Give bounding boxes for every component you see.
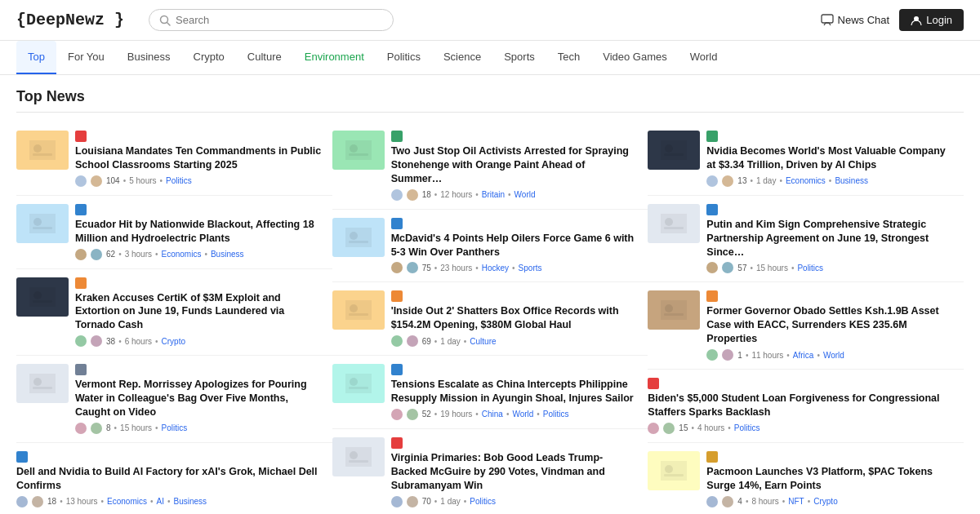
source-badge bbox=[391, 131, 403, 142]
news-tag[interactable]: Hockey bbox=[482, 264, 509, 273]
login-button[interactable]: Login bbox=[899, 9, 964, 31]
news-tag[interactable]: AI bbox=[157, 497, 164, 506]
news-meta: 52 • 19 hours • China•World•Politics bbox=[391, 409, 639, 420]
news-tag[interactable]: Economics bbox=[786, 176, 826, 185]
meta-avatar bbox=[391, 409, 403, 420]
source-dot bbox=[75, 364, 87, 375]
news-item[interactable]: Biden's $5,000 Student Loan Forgiveness … bbox=[648, 370, 964, 443]
news-tag[interactable]: Politics bbox=[543, 410, 569, 419]
news-content: Pacmoon Launches V3 Platform, $PAC Token… bbox=[706, 451, 954, 507]
news-title[interactable]: Putin and Kim Sign Comprehensive Strateg… bbox=[706, 218, 954, 259]
news-title[interactable]: Tensions Escalate as China Intercepts Ph… bbox=[391, 378, 639, 405]
nav-item-environment[interactable]: Environment bbox=[293, 41, 376, 74]
news-title[interactable]: Pacmoon Launches V3 Platform, $PAC Token… bbox=[706, 465, 954, 493]
news-item[interactable]: Dell and Nvidia to Build AI Factory for … bbox=[16, 443, 332, 514]
news-item[interactable]: Kraken Accuses CertiK of $3M Exploit and… bbox=[16, 269, 332, 357]
news-tag[interactable]: Politics bbox=[734, 423, 760, 432]
news-tag[interactable]: NFT bbox=[788, 497, 804, 506]
news-thumbnail bbox=[332, 437, 385, 476]
nav-item-politics[interactable]: Politics bbox=[376, 41, 432, 74]
news-title[interactable]: Kraken Accuses CertiK of $3M Exploit and… bbox=[75, 291, 323, 333]
news-tag[interactable]: Africa bbox=[793, 351, 814, 360]
news-tag[interactable]: China bbox=[482, 410, 503, 419]
news-item[interactable]: 'Inside Out 2' Shatters Box Office Recor… bbox=[332, 282, 648, 356]
news-title[interactable]: Former Governor Obado Settles Ksh.1.9B A… bbox=[706, 304, 954, 346]
news-tag[interactable]: Business bbox=[835, 176, 868, 185]
logo[interactable]: {DeepNewz } bbox=[16, 11, 124, 29]
meta-avatar bbox=[706, 175, 718, 187]
nav-item-foryou[interactable]: For You bbox=[56, 41, 116, 74]
news-item[interactable]: Two Just Stop Oil Activists Arrested for… bbox=[332, 122, 648, 210]
meta-avatar bbox=[706, 496, 718, 507]
news-item[interactable]: Tensions Escalate as China Intercepts Ph… bbox=[332, 356, 648, 429]
nav-item-culture[interactable]: Culture bbox=[236, 41, 293, 74]
meta-avatar bbox=[391, 496, 403, 507]
source-badge bbox=[706, 451, 718, 463]
meta-avatar bbox=[663, 423, 675, 434]
news-tag[interactable]: Crypto bbox=[813, 497, 837, 506]
news-item[interactable]: Nvidia Becomes World's Most Valuable Com… bbox=[648, 122, 964, 196]
news-item[interactable]: McDavid's 4 Points Help Oilers Force Gam… bbox=[332, 210, 648, 283]
svg-rect-31 bbox=[345, 300, 372, 320]
news-tag[interactable]: World bbox=[823, 351, 844, 360]
nav-item-top[interactable]: Top bbox=[16, 41, 56, 74]
meta-time: 11 hours bbox=[751, 351, 783, 360]
source-badge bbox=[75, 131, 87, 142]
svg-point-53 bbox=[665, 218, 673, 226]
news-content: McDavid's 4 Points Help Oilers Force Gam… bbox=[391, 218, 639, 274]
news-tag[interactable]: Politics bbox=[162, 423, 188, 432]
news-item[interactable]: Louisiana Mandates Ten Commandments in P… bbox=[16, 122, 332, 196]
svg-rect-33 bbox=[349, 313, 368, 316]
news-column: Two Just Stop Oil Activists Arrested for… bbox=[332, 122, 648, 514]
news-tag[interactable]: Britain bbox=[482, 190, 505, 199]
search-input[interactable] bbox=[176, 14, 383, 26]
news-item[interactable]: Virginia Primaries: Bob Good Leads Trump… bbox=[332, 429, 648, 514]
news-tag[interactable]: Crypto bbox=[162, 337, 185, 346]
nav-item-sports[interactable]: Sports bbox=[492, 41, 546, 74]
news-title[interactable]: Nvidia Becomes World's Most Valuable Com… bbox=[706, 144, 954, 172]
news-tag[interactable]: Business bbox=[211, 250, 244, 259]
nav-item-science[interactable]: Science bbox=[432, 41, 492, 74]
source-badge bbox=[75, 204, 87, 215]
news-meta: 15 • 4 hours • Politics bbox=[648, 423, 954, 434]
news-tag[interactable]: World bbox=[512, 410, 533, 419]
news-title[interactable]: McDavid's 4 Points Help Oilers Force Gam… bbox=[391, 232, 639, 259]
news-title[interactable]: Dell and Nvidia to Build AI Factory for … bbox=[16, 465, 323, 493]
search-bar[interactable] bbox=[149, 9, 394, 31]
news-tag[interactable]: Politics bbox=[166, 176, 192, 185]
svg-rect-12 bbox=[33, 300, 52, 303]
news-title[interactable]: Biden's $5,000 Student Loan Forgiveness … bbox=[648, 392, 954, 419]
source-dot bbox=[706, 451, 718, 463]
news-title[interactable]: 'Inside Out 2' Shatters Box Office Recor… bbox=[391, 304, 639, 332]
nav-item-tech[interactable]: Tech bbox=[546, 41, 591, 74]
nav-item-videogames[interactable]: Video Games bbox=[591, 41, 679, 74]
news-item[interactable]: Pacmoon Launches V3 Platform, $PAC Token… bbox=[648, 443, 964, 514]
news-item[interactable]: Former Governor Obado Settles Ksh.1.9B A… bbox=[648, 282, 964, 370]
news-tag[interactable]: Sports bbox=[519, 264, 542, 273]
news-title[interactable]: Ecuador Hit by Nationwide Blackout, Affe… bbox=[75, 218, 323, 246]
news-title[interactable]: Vermont Rep. Morrissey Apologizes for Po… bbox=[75, 378, 323, 419]
news-content: Putin and Kim Sign Comprehensive Strateg… bbox=[706, 204, 954, 274]
meta-avatar bbox=[722, 496, 733, 507]
news-tag[interactable]: Economics bbox=[107, 497, 147, 506]
nav-item-crypto[interactable]: Crypto bbox=[182, 41, 236, 74]
news-item[interactable]: Putin and Kim Sign Comprehensive Strateg… bbox=[648, 196, 964, 283]
nav-item-world[interactable]: World bbox=[679, 41, 729, 74]
news-title[interactable]: Two Just Stop Oil Activists Arrested for… bbox=[391, 144, 639, 186]
news-tag[interactable]: Culture bbox=[470, 337, 496, 346]
svg-rect-10 bbox=[29, 287, 56, 307]
svg-rect-57 bbox=[664, 313, 684, 316]
news-tag[interactable]: World bbox=[514, 190, 536, 199]
news-tag[interactable]: Politics bbox=[470, 497, 496, 506]
news-title[interactable]: Virginia Primaries: Bob Good Leads Trump… bbox=[391, 451, 639, 493]
news-item[interactable]: Vermont Rep. Morrissey Apologizes for Po… bbox=[16, 356, 332, 443]
source-dot bbox=[706, 290, 718, 302]
news-item[interactable]: Ecuador Hit by Nationwide Blackout, Affe… bbox=[16, 196, 332, 269]
news-tag[interactable]: Economics bbox=[162, 250, 202, 259]
news-title[interactable]: Louisiana Mandates Ten Commandments in P… bbox=[75, 144, 323, 172]
nav-item-business[interactable]: Business bbox=[116, 41, 182, 74]
news-chat-button[interactable]: News Chat bbox=[821, 14, 890, 27]
svg-rect-27 bbox=[349, 153, 368, 156]
news-tag[interactable]: Business bbox=[173, 497, 207, 506]
news-tag[interactable]: Politics bbox=[797, 264, 823, 273]
